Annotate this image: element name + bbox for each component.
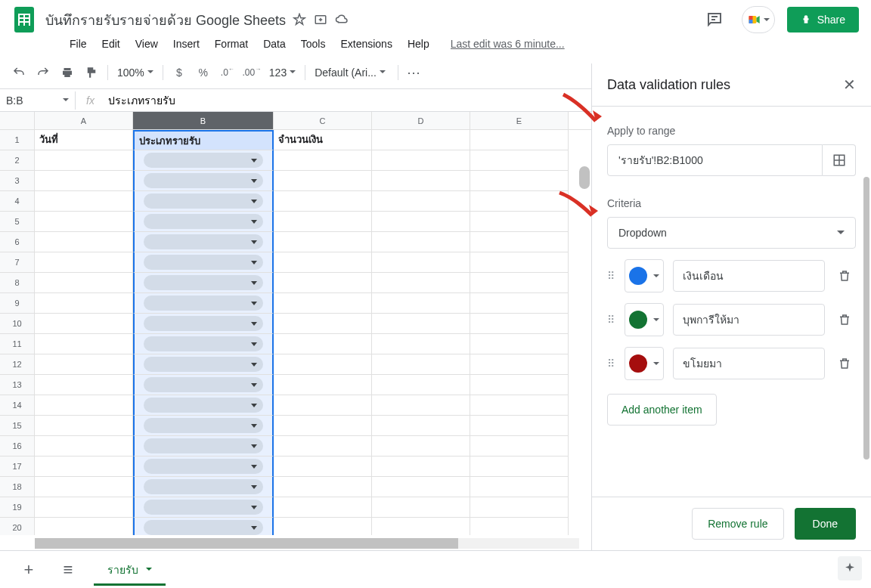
cell[interactable] (372, 518, 470, 535)
col-header-E[interactable]: E (470, 112, 569, 129)
dropdown-chip[interactable] (144, 173, 263, 188)
menu-tools[interactable]: Tools (295, 35, 332, 53)
cell[interactable] (372, 477, 470, 497)
cell[interactable] (133, 477, 274, 497)
cell[interactable] (35, 497, 133, 518)
more-toolbar[interactable]: ⋯ (403, 61, 426, 84)
cell[interactable] (274, 497, 372, 518)
cell[interactable] (470, 518, 569, 535)
cell[interactable] (133, 436, 274, 456)
dropdown-chip[interactable] (144, 316, 263, 331)
share-button[interactable]: Share (787, 7, 859, 32)
cell[interactable] (470, 375, 569, 395)
cell[interactable] (372, 334, 470, 354)
cell[interactable] (470, 395, 569, 416)
menu-edit[interactable]: Edit (96, 35, 126, 53)
cell[interactable] (470, 456, 569, 477)
criteria-select[interactable]: Dropdown (607, 217, 856, 249)
comment-history-icon[interactable] (699, 5, 730, 35)
option-value-input[interactable] (673, 348, 825, 379)
row-header[interactable]: 7 (0, 252, 35, 273)
cell[interactable] (372, 130, 470, 150)
format-percent[interactable]: % (192, 61, 215, 84)
row-header[interactable]: 15 (0, 416, 35, 436)
cell[interactable] (35, 232, 133, 252)
horizontal-scrollbar[interactable] (35, 538, 579, 549)
row-header[interactable]: 17 (0, 456, 35, 477)
cell[interactable] (470, 252, 569, 273)
cell[interactable] (274, 252, 372, 273)
add-sheet-button[interactable]: + (15, 556, 42, 583)
cell[interactable] (274, 436, 372, 456)
color-picker[interactable] (625, 303, 664, 336)
cell[interactable] (372, 416, 470, 436)
dropdown-chip[interactable] (144, 153, 263, 168)
cell[interactable] (133, 232, 274, 252)
row-header[interactable]: 5 (0, 212, 35, 232)
cell[interactable] (35, 416, 133, 436)
cell[interactable] (274, 232, 372, 252)
cell[interactable] (372, 375, 470, 395)
cell[interactable] (133, 416, 274, 436)
row-header[interactable]: 19 (0, 497, 35, 518)
dropdown-chip[interactable] (144, 377, 263, 392)
row-header[interactable]: 3 (0, 171, 35, 191)
row-header[interactable]: 20 (0, 518, 35, 535)
zoom-select[interactable]: 100% (113, 63, 158, 82)
cell[interactable] (372, 314, 470, 334)
cell[interactable] (372, 395, 470, 416)
cell[interactable] (133, 293, 274, 314)
meet-button[interactable] (742, 6, 775, 33)
cell[interactable] (35, 150, 133, 171)
dropdown-chip[interactable] (144, 418, 263, 433)
cell[interactable] (274, 518, 372, 535)
cell[interactable] (274, 375, 372, 395)
cell[interactable] (372, 212, 470, 232)
paint-format-button[interactable] (80, 61, 103, 84)
undo-button[interactable] (8, 61, 30, 84)
delete-option-icon[interactable] (834, 350, 856, 377)
grid-picker-icon[interactable] (823, 144, 856, 176)
cell[interactable] (35, 212, 133, 232)
cell[interactable] (372, 232, 470, 252)
col-header-D[interactable]: D (372, 112, 470, 129)
cell[interactable] (274, 395, 372, 416)
col-header-A[interactable]: A (35, 112, 133, 129)
cell[interactable] (133, 456, 274, 477)
done-button[interactable]: Done (795, 508, 856, 540)
format-currency[interactable]: $ (168, 61, 191, 84)
cell[interactable] (274, 273, 372, 293)
cell[interactable] (133, 334, 274, 354)
cell[interactable] (372, 273, 470, 293)
cell[interactable] (274, 416, 372, 436)
cell[interactable]: ประเภทรายรับ (133, 130, 274, 150)
cell[interactable] (274, 314, 372, 334)
dropdown-chip[interactable] (144, 296, 263, 311)
cell[interactable] (274, 191, 372, 212)
dropdown-chip[interactable] (144, 234, 263, 249)
drag-handle-icon[interactable]: ⠿ (607, 357, 615, 370)
cell[interactable] (35, 252, 133, 273)
move-icon[interactable] (313, 12, 328, 27)
cell[interactable] (372, 171, 470, 191)
cell[interactable] (372, 150, 470, 171)
color-picker[interactable] (625, 347, 664, 380)
cell[interactable] (35, 456, 133, 477)
close-icon[interactable]: ✕ (843, 76, 856, 94)
row-header[interactable]: 12 (0, 354, 35, 375)
cell[interactable] (35, 273, 133, 293)
drag-handle-icon[interactable]: ⠿ (607, 270, 615, 282)
dropdown-chip[interactable] (144, 193, 263, 209)
cell[interactable] (274, 212, 372, 232)
row-header[interactable]: 14 (0, 395, 35, 416)
cell[interactable] (470, 293, 569, 314)
cell[interactable] (274, 150, 372, 171)
cloud-icon[interactable] (334, 12, 349, 27)
font-select[interactable]: Default (Ari... (310, 63, 393, 82)
cell[interactable] (470, 130, 569, 150)
cell[interactable] (133, 212, 274, 232)
row-header[interactable]: 4 (0, 191, 35, 212)
vertical-scrollbar[interactable] (579, 166, 590, 189)
cell[interactable] (274, 456, 372, 477)
more-formats[interactable]: 123 (265, 63, 300, 82)
